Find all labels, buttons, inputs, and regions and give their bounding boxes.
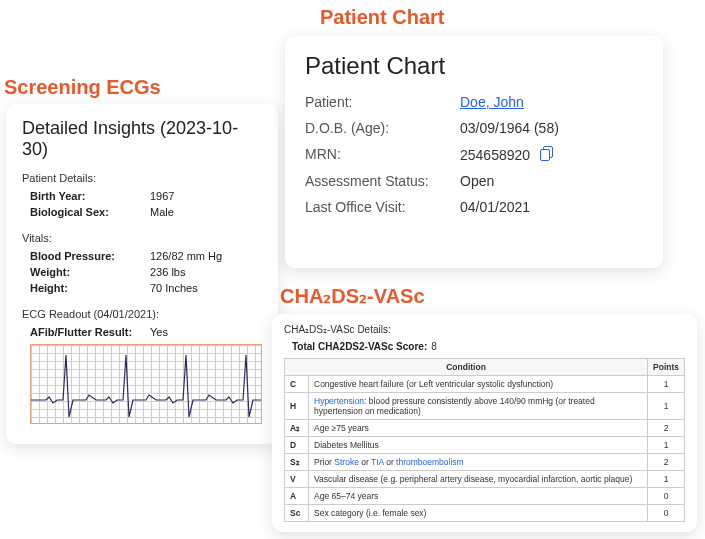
- height-label: Height:: [30, 282, 150, 294]
- copy-icon[interactable]: [540, 146, 552, 160]
- patient-chart-card: Patient Chart Patient: Doe, John D.O.B. …: [285, 36, 663, 268]
- stroke-link[interactable]: Stroke: [334, 457, 359, 467]
- sex-value: Male: [150, 206, 174, 218]
- chadsvasc-table: Condition Points CCongestive heart failu…: [284, 358, 685, 522]
- table-row: HHypertension: blood pressure consistent…: [285, 393, 685, 420]
- table-row: VVascular disease (e.g. peripheral arter…: [285, 471, 685, 488]
- visit-value: 04/01/2021: [460, 199, 530, 215]
- mrn-label: MRN:: [305, 146, 460, 163]
- vitals-heading: Vitals:: [22, 232, 262, 244]
- hypertension-link[interactable]: Hypertension: [314, 396, 364, 406]
- patient-label: Patient:: [305, 94, 460, 110]
- tia-link[interactable]: TIA: [371, 457, 384, 467]
- patient-chart-title: Patient Chart: [305, 52, 643, 80]
- visit-label: Last Office Visit:: [305, 199, 460, 215]
- status-value: Open: [460, 173, 494, 189]
- status-label: Assessment Status:: [305, 173, 460, 189]
- afib-value: Yes: [150, 326, 168, 338]
- table-row: S₂Prior Stroke or TIA or thromboembolism…: [285, 454, 685, 471]
- patient-link[interactable]: Doe, John: [460, 94, 524, 110]
- weight-label: Weight:: [30, 266, 150, 278]
- points-header: Points: [648, 359, 685, 376]
- table-row: ScSex category (i.e. female sex)0: [285, 505, 685, 522]
- condition-header: Condition: [285, 359, 648, 376]
- chadsvasc-score: Total CHA2DS2-VASc Score:8: [284, 341, 685, 352]
- dob-label: D.O.B. (Age):: [305, 120, 460, 136]
- birth-year-value: 1967: [150, 190, 174, 202]
- sex-label: Biological Sex:: [30, 206, 150, 218]
- height-value: 70 Inches: [150, 282, 198, 294]
- patient-chart-label: Patient Chart: [320, 6, 444, 29]
- weight-value: 236 lbs: [150, 266, 185, 278]
- bp-value: 126/82 mm Hg: [150, 250, 222, 262]
- afib-label: AFib/Flutter Result:: [30, 326, 150, 338]
- birth-year-label: Birth Year:: [30, 190, 150, 202]
- chadsvasc-label: CHA₂DS₂-VASc: [280, 284, 425, 308]
- ecg-waveform: [30, 344, 262, 424]
- table-row: A₂Age ≥75 years2: [285, 420, 685, 437]
- table-row: CCongestive heart failure (or Left ventr…: [285, 376, 685, 393]
- ecg-readout-heading: ECG Readout (04/01/2021):: [22, 308, 262, 320]
- chadsvasc-card: CHA₂DS₂-VASc Details: Total CHA2DS2-VASc…: [272, 314, 697, 532]
- table-row: AAge 65–74 years0: [285, 488, 685, 505]
- patient-details-heading: Patient Details:: [22, 172, 262, 184]
- screening-ecg-card: Detailed Insights (2023-10-30) Patient D…: [6, 104, 278, 444]
- bp-label: Blood Pressure:: [30, 250, 150, 262]
- chadsvasc-details-heading: CHA₂DS₂-VASc Details:: [284, 324, 685, 335]
- insights-title: Detailed Insights (2023-10-30): [22, 118, 262, 160]
- mrn-value: 254658920: [460, 146, 552, 163]
- screening-ecgs-label: Screening ECGs: [4, 76, 161, 99]
- dob-value: 03/09/1964 (58): [460, 120, 559, 136]
- thromboembolism-link[interactable]: thromboembolism: [396, 457, 464, 467]
- table-row: DDiabetes Mellitus1: [285, 437, 685, 454]
